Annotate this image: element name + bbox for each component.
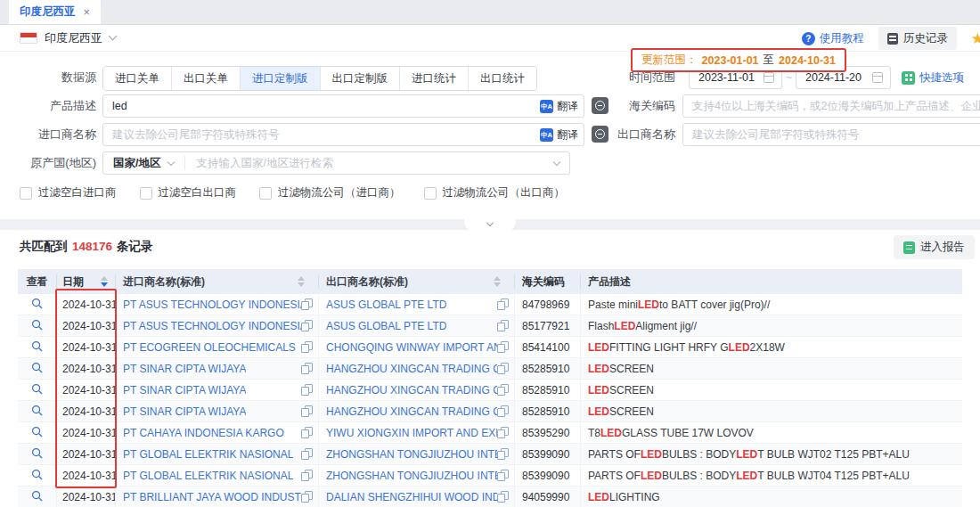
importer-link[interactable]: PT GLOBAL ELEKTRIK NASIONAL	[123, 470, 293, 482]
origin-country-select[interactable]: 国家/地区	[103, 156, 185, 170]
sort-icons-exporter[interactable]	[494, 276, 501, 287]
checkbox-icon[interactable]	[20, 187, 32, 200]
origin-country-input[interactable]: 国家/地区 支持输入国家/地区进行检索	[102, 151, 570, 175]
exporter-link[interactable]: ASUS GLOBAL PTE LTD	[326, 298, 446, 311]
chevron-down-icon[interactable]	[109, 32, 118, 41]
view-record-button[interactable]	[31, 447, 43, 462]
datasource-tab[interactable]: 进口定制版	[240, 67, 320, 90]
exporter-link[interactable]: YIWU XIONGXIN IMPORT AND EXPORT...	[326, 427, 497, 439]
date-cell: 2024-10-31	[57, 358, 116, 379]
importer-input[interactable]: 建议去除公司尾部字符或特殊符号 中A 翻译	[102, 123, 584, 146]
table-row: 2024-10-31PT CAHAYA INDONESIA KARGOYIWU …	[18, 422, 962, 444]
exporter-input[interactable]: 建议去除公司尾部字符或特殊符号	[682, 123, 980, 146]
sort-icons-date[interactable]	[101, 276, 108, 287]
hs-code-cell: 85285910	[515, 358, 581, 379]
sort-icons-importer[interactable]	[298, 276, 305, 287]
view-record-button[interactable]	[31, 340, 43, 355]
column-header-exporter[interactable]: 出口商名称(标准)	[319, 274, 515, 289]
copy-icon[interactable]	[497, 405, 508, 417]
product-desc-input[interactable]: led 中A 翻译	[102, 94, 584, 118]
checkbox-icon[interactable]	[140, 187, 152, 200]
view-record-button[interactable]	[31, 319, 43, 333]
copy-icon[interactable]	[301, 470, 312, 481]
importer-link[interactable]: PT ECOGREEN OLEOCHEMICALS	[123, 341, 296, 354]
view-record-button[interactable]	[31, 362, 43, 376]
importer-link[interactable]: PT GLOBAL ELEKTRIK NASIONAL	[123, 448, 293, 461]
view-record-button[interactable]	[31, 383, 43, 397]
column-header-date[interactable]: 日期	[57, 274, 116, 289]
copy-icon[interactable]	[301, 363, 312, 374]
filter-checkbox[interactable]: 过滤物流公司（出口商）	[424, 185, 566, 200]
filter-checkbox[interactable]: 过滤物流公司（进口商）	[259, 185, 401, 200]
importer-link[interactable]: PT SINAR CIPTA WIJAYA	[123, 405, 246, 418]
importer-link[interactable]: PT BRILLIANT JAYA WOOD INDUSTRY	[123, 491, 301, 503]
copy-icon[interactable]	[497, 491, 508, 503]
checkbox-icon[interactable]	[424, 187, 437, 200]
help-tutorial-button[interactable]: ? 使用教程	[802, 31, 864, 46]
hs-code-placeholder: 支持4位以上海关编码，或2位海关编码加上产品描述、企业名称的任意信息	[692, 99, 980, 114]
datasource-tab[interactable]: 进口统计	[399, 67, 468, 90]
importer-link[interactable]: PT SINAR CIPTA WIJAYA	[123, 363, 246, 375]
view-record-button[interactable]	[31, 426, 43, 440]
country-tab[interactable]: 印度尼西亚 ×	[9, 0, 101, 24]
importer-link[interactable]: PT SINAR CIPTA WIJAYA	[123, 384, 246, 397]
copy-icon[interactable]	[301, 427, 312, 438]
view-record-button[interactable]	[31, 298, 43, 312]
product-desc-cell: T8 LED GLASS TUBE 17W LOVOV	[581, 422, 962, 443]
exporter-link[interactable]: ASUS GLOBAL PTE LTD	[326, 320, 446, 332]
copy-icon[interactable]	[301, 448, 312, 460]
count-prefix: 共匹配到	[20, 240, 68, 253]
translate-button[interactable]: 中A 翻译	[540, 99, 578, 114]
enter-report-button[interactable]: 进入报告	[894, 235, 975, 259]
copy-icon[interactable]	[497, 427, 508, 438]
copy-icon[interactable]	[301, 298, 312, 310]
tab-bar: 印度尼西亚 ×	[0, 0, 980, 25]
view-record-button[interactable]	[31, 490, 43, 504]
help-icon: ?	[802, 32, 815, 45]
copy-icon[interactable]	[301, 491, 312, 503]
copy-icon[interactable]	[497, 363, 508, 374]
hs-code-input[interactable]: 支持4位以上海关编码，或2位海关编码加上产品描述、企业名称的任意信息	[682, 94, 980, 118]
help-label: 使用教程	[820, 31, 864, 46]
checkbox-label: 过滤空白出口商	[159, 185, 237, 200]
exporter-link[interactable]: DALIAN SHENGZHIHUI WOOD INDUST...	[326, 491, 497, 503]
exporter-link[interactable]: HANGZHOU XINGCAN TRADING CO LTD	[326, 363, 497, 375]
exporter-link[interactable]: HANGZHOU XINGCAN TRADING CO LTD	[326, 405, 497, 418]
copy-icon[interactable]	[497, 341, 508, 353]
datasource-tab[interactable]: 出口定制版	[320, 67, 400, 90]
copy-icon[interactable]	[497, 320, 508, 331]
exporter-link[interactable]: ZHONGSHAN TONGJIUZHOU INTERNA...	[326, 448, 497, 461]
translate-button[interactable]: 中A 翻译	[540, 127, 578, 143]
exporter-link[interactable]: CHONGQING WINWAY IMPORT AND E...	[326, 341, 497, 354]
copy-icon[interactable]	[497, 448, 508, 460]
hs-code-label: 海关编码	[579, 94, 675, 118]
copy-icon[interactable]	[497, 298, 508, 310]
view-record-button[interactable]	[31, 405, 43, 419]
copy-icon[interactable]	[497, 470, 508, 481]
table-row: 2024-10-31PT BRILLIANT JAYA WOOD INDUSTR…	[18, 487, 962, 507]
filter-checkbox[interactable]: 过滤空白进口商	[20, 185, 117, 200]
copy-icon[interactable]	[301, 320, 312, 331]
exporter-link[interactable]: ZHONGSHAN TONGJIUZHOU INTERNA...	[326, 470, 497, 482]
exporter-link[interactable]: HANGZHOU XINGCAN TRADING CO LTD	[326, 384, 497, 397]
datasource-tab[interactable]: 进口关单	[103, 67, 171, 90]
copy-icon[interactable]	[497, 384, 508, 396]
copy-icon[interactable]	[301, 405, 312, 417]
star-icon[interactable]: ★	[971, 29, 980, 48]
checkbox-icon[interactable]	[259, 187, 272, 200]
product-desc-cell: LED SCREEN	[581, 401, 962, 421]
filter-checkbox[interactable]: 过滤空白出口商	[140, 185, 237, 200]
importer-link[interactable]: PT CAHAYA INDONESIA KARGO	[123, 427, 284, 439]
importer-link[interactable]: PT ASUS TECHNOLOGY INDONESIA BA...	[123, 298, 301, 311]
copy-icon[interactable]	[301, 384, 312, 396]
datasource-tab[interactable]: 出口统计	[468, 67, 536, 90]
importer-link[interactable]: PT ASUS TECHNOLOGY INDONESIA BA...	[123, 320, 301, 332]
view-record-button[interactable]	[31, 469, 43, 483]
quick-options-button[interactable]: 快捷选项	[902, 66, 964, 89]
datasource-tab[interactable]: 出口关单	[171, 67, 240, 90]
close-icon[interactable]: ×	[84, 5, 91, 19]
column-header-importer[interactable]: 进口商名称(标准)	[116, 274, 319, 289]
history-button[interactable]: 历史记录	[878, 27, 957, 50]
update-range-to: 2024-10-31	[779, 54, 836, 67]
copy-icon[interactable]	[301, 341, 312, 353]
